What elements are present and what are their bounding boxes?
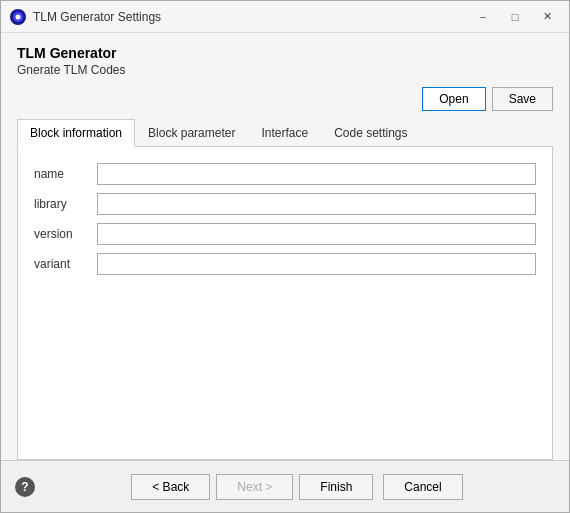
tab-bar: Block information Block parameter Interf… [17,119,553,147]
input-name[interactable] [97,163,536,185]
next-button[interactable]: Next > [216,474,293,500]
save-button[interactable]: Save [492,87,553,111]
form-row-variant: variant [34,253,536,275]
main-window: TLM Generator Settings − □ ✕ TLM Generat… [0,0,570,513]
form-panel: name library version variant [17,147,553,460]
finish-button[interactable]: Finish [299,474,373,500]
window-title: TLM Generator Settings [33,10,469,24]
back-button[interactable]: < Back [131,474,210,500]
label-variant: variant [34,257,89,271]
svg-point-2 [16,14,21,19]
tab-code-settings[interactable]: Code settings [321,119,420,147]
input-library[interactable] [97,193,536,215]
form-row-name: name [34,163,536,185]
cancel-button[interactable]: Cancel [383,474,462,500]
toolbar: Open Save [17,87,553,111]
input-variant[interactable] [97,253,536,275]
close-button[interactable]: ✕ [533,6,561,28]
title-bar: TLM Generator Settings − □ ✕ [1,1,569,33]
open-button[interactable]: Open [422,87,485,111]
label-version: version [34,227,89,241]
content-area: TLM Generator Gnerate TLM Codes Open Sav… [1,33,569,460]
bottom-buttons: < Back Next > Finish Cancel [37,474,557,500]
tab-interface[interactable]: Interface [248,119,321,147]
form-row-version: version [34,223,536,245]
label-library: library [34,197,89,211]
tab-block-parameter[interactable]: Block parameter [135,119,248,147]
label-name: name [34,167,89,181]
maximize-button[interactable]: □ [501,6,529,28]
app-icon [9,8,27,26]
help-icon-wrap: ? [13,475,37,499]
window-controls: − □ ✕ [469,6,561,28]
help-icon[interactable]: ? [15,477,35,497]
app-subtitle: Gnerate TLM Codes [17,63,553,77]
minimize-button[interactable]: − [469,6,497,28]
bottom-bar: ? < Back Next > Finish Cancel [1,460,569,512]
form-row-library: library [34,193,536,215]
tab-block-information[interactable]: Block information [17,119,135,147]
app-title: TLM Generator [17,45,553,61]
input-version[interactable] [97,223,536,245]
